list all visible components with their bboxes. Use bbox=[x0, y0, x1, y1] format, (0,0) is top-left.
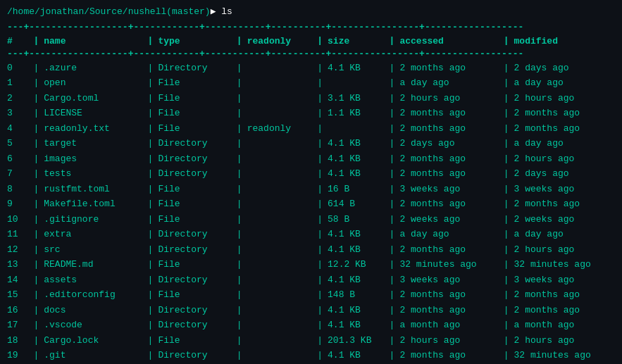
cell-accessed: 2 months ago bbox=[399, 348, 500, 363]
cell-type: Directory bbox=[158, 166, 233, 182]
cell-type: File bbox=[158, 196, 233, 212]
cell-name: .git bbox=[44, 348, 144, 363]
cell-name: .azure bbox=[44, 61, 144, 76]
cell-readonly bbox=[247, 272, 315, 288]
table-row: 8 | rustfmt.toml | File | | 16 B | 3 wee… bbox=[7, 182, 615, 197]
cell-accessed: 2 months ago bbox=[399, 242, 500, 258]
cell-accessed: 3 weeks ago bbox=[399, 182, 500, 197]
cell-modified: 2 weeks ago bbox=[514, 212, 615, 227]
cell-index: 1 bbox=[7, 75, 30, 91]
cell-name: rustfmt.toml bbox=[44, 182, 144, 197]
cell-type: File bbox=[158, 287, 233, 303]
cell-readonly bbox=[247, 348, 315, 363]
cell-modified: 2 hours ago bbox=[514, 242, 615, 258]
cell-modified: 2 months ago bbox=[514, 303, 615, 318]
table-row: 10 | .gitignore | File | | 58 B | 2 week… bbox=[7, 212, 615, 227]
cell-readonly bbox=[247, 287, 315, 303]
cell-size: 201.3 KB bbox=[328, 333, 387, 349]
cell-name: Cargo.lock bbox=[44, 333, 144, 349]
cell-size: 58 B bbox=[328, 212, 387, 227]
table-row: 4 | readonly.txt | File | readonly | | 2… bbox=[7, 121, 615, 137]
table-row: 0 | .azure | Directory | | 4.1 KB | 2 mo… bbox=[7, 61, 615, 76]
cell-accessed: 2 months ago bbox=[399, 121, 500, 137]
cell-index: 17 bbox=[7, 318, 30, 333]
cell-readonly bbox=[247, 136, 315, 151]
cell-accessed: 2 days ago bbox=[399, 136, 500, 151]
cell-readonly bbox=[247, 257, 315, 272]
cell-size: 4.1 KB bbox=[328, 318, 387, 333]
cell-readonly bbox=[247, 91, 315, 106]
table-body: 0 | .azure | Directory | | 4.1 KB | 2 mo… bbox=[7, 61, 615, 364]
cell-type: File bbox=[158, 333, 233, 349]
table-row: 1 | open | File | | | a day ago | a day … bbox=[7, 75, 615, 91]
cell-type: Directory bbox=[158, 151, 233, 167]
cell-type: Directory bbox=[158, 136, 233, 151]
cell-size: 1.1 KB bbox=[328, 106, 387, 121]
cell-index: 8 bbox=[7, 182, 30, 197]
table-row: 6 | images | Directory | | 4.1 KB | 2 mo… bbox=[7, 151, 615, 167]
cell-type: Directory bbox=[158, 303, 233, 318]
cell-type: File bbox=[158, 121, 233, 137]
cell-accessed: 2 hours ago bbox=[399, 91, 500, 106]
cell-readonly bbox=[247, 303, 315, 318]
cell-index: 7 bbox=[7, 166, 30, 182]
cell-readonly bbox=[247, 212, 315, 227]
cell-readonly bbox=[247, 166, 315, 182]
cell-name: readonly.txt bbox=[44, 121, 144, 137]
cell-accessed: 2 months ago bbox=[399, 151, 500, 167]
table-row: 19 | .git | Directory | | 4.1 KB | 2 mon… bbox=[7, 348, 615, 363]
cell-accessed: 3 weeks ago bbox=[399, 272, 500, 288]
cell-name: tests bbox=[44, 166, 144, 182]
cell-type: Directory bbox=[158, 61, 233, 76]
cell-name: Makefile.toml bbox=[44, 196, 144, 212]
cell-type: Directory bbox=[158, 227, 233, 242]
cell-modified: 3 weeks ago bbox=[514, 272, 615, 288]
cell-modified: 2 days ago bbox=[514, 61, 615, 76]
cell-name: .vscode bbox=[44, 318, 144, 333]
cell-name: .gitignore bbox=[44, 212, 144, 227]
cell-size: 4.1 KB bbox=[328, 272, 387, 288]
cell-index: 19 bbox=[7, 348, 30, 363]
mid-divider: ---+------------------+------------+----… bbox=[7, 49, 523, 59]
cell-modified: a day ago bbox=[514, 75, 615, 91]
header-modified: modified bbox=[514, 34, 615, 49]
table-row: 18 | Cargo.lock | File | | 201.3 KB | 2 … bbox=[7, 333, 615, 349]
cell-index: 5 bbox=[7, 136, 30, 151]
cell-type: File bbox=[158, 75, 233, 91]
cell-name: .editorconfig bbox=[44, 287, 144, 303]
table-header: # | name | type | readonly | size | acce… bbox=[7, 34, 615, 49]
cell-type: Directory bbox=[158, 318, 233, 333]
cell-index: 9 bbox=[7, 196, 30, 212]
prompt-command[interactable]: ls bbox=[221, 6, 232, 17]
cell-size: 12.2 KB bbox=[328, 257, 387, 272]
cell-modified: 3 weeks ago bbox=[514, 182, 615, 197]
divider-mid: ---+------------------+------------+----… bbox=[7, 48, 615, 61]
file-table: ---+------------------+------------+----… bbox=[7, 21, 615, 364]
cell-accessed: 2 months ago bbox=[399, 287, 500, 303]
prompt-arrow: ▶ bbox=[211, 6, 222, 17]
cell-index: 2 bbox=[7, 91, 30, 106]
header-accessed: accessed bbox=[399, 34, 500, 49]
cell-size: 4.1 KB bbox=[328, 136, 387, 151]
cell-name: src bbox=[44, 242, 144, 258]
cell-readonly bbox=[247, 318, 315, 333]
cell-readonly bbox=[247, 227, 315, 242]
cell-type: Directory bbox=[158, 242, 233, 258]
divider-top: ---+------------------+------------+----… bbox=[7, 21, 615, 34]
cell-size: 4.1 KB bbox=[328, 242, 387, 258]
cell-name: Cargo.toml bbox=[44, 91, 144, 106]
cell-size: 4.1 KB bbox=[328, 61, 387, 76]
cell-modified: 2 days ago bbox=[514, 166, 615, 182]
table-row: 15 | .editorconfig | File | | 148 B | 2 … bbox=[7, 287, 615, 303]
table-row: 9 | Makefile.toml | File | | 614 B | 2 m… bbox=[7, 196, 615, 212]
cell-readonly bbox=[247, 196, 315, 212]
table-row: 5 | target | Directory | | 4.1 KB | 2 da… bbox=[7, 136, 615, 151]
cell-name: target bbox=[44, 136, 144, 151]
header-name: name bbox=[44, 34, 144, 49]
table-row: 13 | README.md | File | | 12.2 KB | 32 m… bbox=[7, 257, 615, 272]
cell-readonly bbox=[247, 75, 315, 91]
cell-accessed: 2 months ago bbox=[399, 61, 500, 76]
cell-accessed: 2 hours ago bbox=[399, 333, 500, 349]
cell-type: Directory bbox=[158, 272, 233, 288]
cell-modified: 2 months ago bbox=[514, 287, 615, 303]
